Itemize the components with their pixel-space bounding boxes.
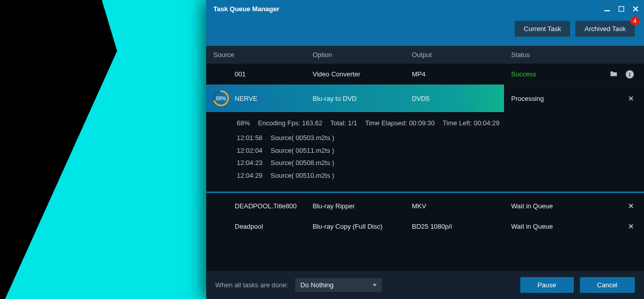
table-row: 68% NERVE Blu-ray to DVD DVD5 Processing…	[206, 85, 644, 193]
close-icon[interactable]	[632, 6, 639, 12]
col-source: Source	[206, 51, 305, 59]
progress-ring: 68%	[212, 90, 230, 107]
select-value: Do Nothing	[300, 281, 333, 289]
detail-left: Time Left: 00:04:29	[443, 119, 500, 127]
col-status: Status	[504, 51, 598, 59]
option-value: Blu-ray to DVD	[305, 90, 405, 107]
when-done-label: When all tasks are done:	[215, 281, 288, 289]
cancel-task-icon[interactable]: ✕	[628, 202, 634, 210]
output-value: BD25 1080p/i	[405, 218, 504, 235]
source-name: Deadpool	[235, 223, 263, 230]
output-value: DVD5	[405, 90, 504, 107]
col-output: Output	[405, 51, 504, 59]
log-time: 12:01:58	[237, 132, 263, 145]
log-time: 12:02:04	[237, 145, 263, 157]
log-msg: Source( 00511.m2ts )	[271, 145, 334, 157]
table-row: DEADPOOL.Title800 Blu-ray Ripper MKV Wai…	[206, 196, 644, 216]
svg-rect-1	[604, 10, 610, 11]
status-value: Success	[504, 65, 598, 83]
detail-total: Total: 1/1	[330, 119, 357, 127]
tab-label: Current Task	[524, 25, 561, 33]
tab-label: Archived Task	[584, 25, 626, 33]
log-msg: Source( 00503.m2ts )	[271, 132, 334, 145]
status-value: Wait in Queue	[504, 218, 598, 235]
source-name: DEADPOOL.Title800	[235, 202, 297, 210]
progress-percent: 68%	[212, 90, 230, 107]
svg-rect-2	[619, 6, 624, 11]
detail-elapsed: Time Elapsed: 00:09:30	[365, 119, 435, 127]
status-value: Wait in Queue	[504, 197, 598, 215]
task-list: 001 Video Converter MP4 Success i	[206, 64, 644, 270]
status-value: Processing	[504, 90, 598, 107]
window-title: Task Queue Manager	[213, 5, 279, 13]
option-value: Blu-ray Copy (Full Disc)	[305, 218, 405, 235]
option-value: Blu-ray Ripper	[305, 197, 405, 215]
app-window: Task Queue Manager Current Task	[206, 0, 644, 299]
when-done-select[interactable]: Do Nothing	[295, 278, 382, 292]
output-value: MP4	[405, 65, 504, 83]
minimize-icon[interactable]	[603, 6, 610, 12]
table-row: 001 Video Converter MP4 Success i	[206, 64, 644, 85]
processing-details: 68% Encoding Fps: 163.62 Total: 1/1 Time…	[206, 112, 644, 193]
tab-current-task[interactable]: Current Task	[515, 21, 570, 37]
footer: When all tasks are done: Do Nothing Paus…	[206, 270, 644, 299]
pause-button[interactable]: Pause	[520, 277, 574, 293]
cancel-button[interactable]: Cancel	[580, 277, 635, 293]
info-icon[interactable]: i	[626, 70, 634, 78]
col-option: Option	[305, 51, 405, 59]
log-time: 12:04:23	[237, 157, 263, 170]
cancel-task-icon[interactable]: ✕	[628, 95, 634, 102]
cancel-task-icon[interactable]: ✕	[628, 223, 634, 230]
svg-marker-0	[5, 0, 209, 299]
column-headers: Source Option Output Status	[206, 46, 644, 64]
log-msg: Source( 00508.m2ts )	[271, 157, 334, 170]
titlebar: Task Queue Manager Current Task	[206, 0, 644, 46]
maximize-icon[interactable]	[618, 6, 625, 12]
option-value: Video Converter	[305, 65, 405, 83]
log-time: 12:04:29	[237, 170, 263, 182]
detail-pct: 68%	[237, 119, 250, 127]
log-msg: Source( 00510.m2ts )	[271, 170, 334, 182]
archived-badge: 4	[630, 16, 639, 25]
source-name: 001	[235, 70, 246, 78]
output-value: MKV	[405, 197, 504, 215]
tab-archived-task[interactable]: Archived Task 4	[575, 21, 635, 37]
open-folder-icon[interactable]	[610, 70, 618, 78]
background-shape	[0, 0, 209, 299]
table-row: Deadpool Blu-ray Copy (Full Disc) BD25 1…	[206, 216, 644, 237]
source-name: NERVE	[235, 95, 258, 102]
detail-fps: Encoding Fps: 163.62	[258, 119, 322, 127]
